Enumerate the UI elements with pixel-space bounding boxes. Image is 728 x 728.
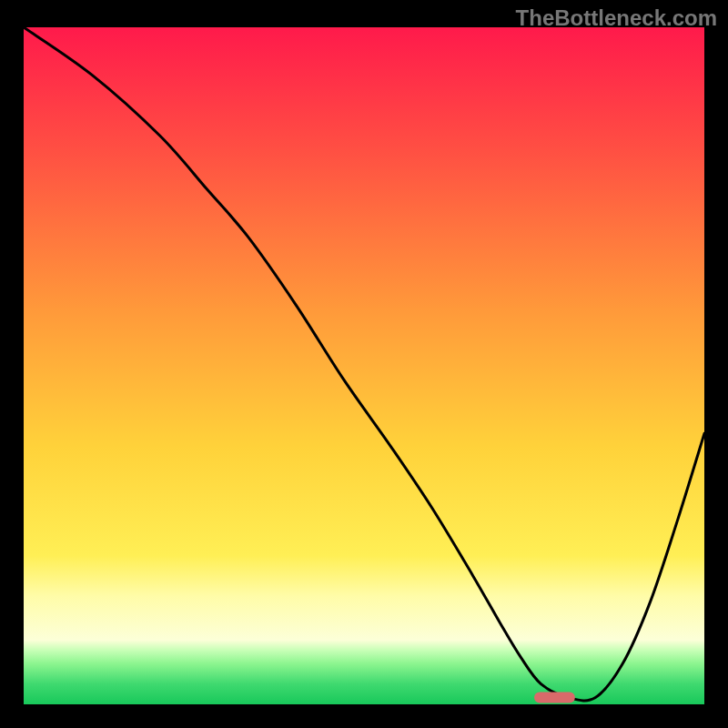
bottleneck-chart: [24, 27, 704, 704]
chart-background: [24, 27, 704, 704]
watermark-text: TheBottleneck.com: [516, 5, 717, 31]
chart-frame: [24, 27, 704, 704]
optimal-marker[interactable]: [534, 693, 575, 703]
